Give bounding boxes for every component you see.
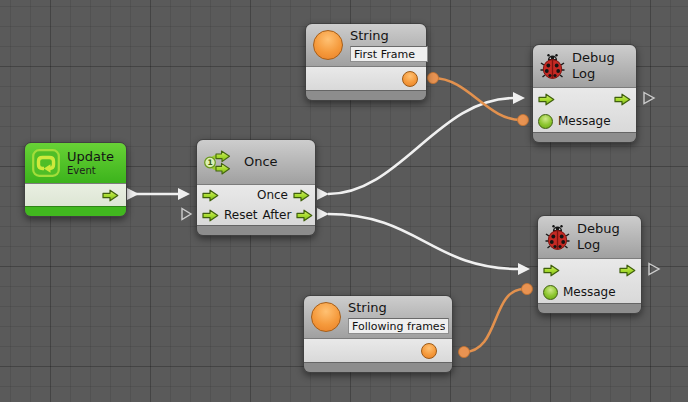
once-row-enter: Once: [197, 185, 315, 205]
wire-string-following-to-message[interactable]: [459, 284, 533, 358]
wire-once-to-debug-first[interactable]: [317, 92, 525, 200]
node-title: Debug: [572, 50, 615, 66]
node-subtitle: Event: [67, 165, 114, 177]
node-subtitle: Log: [577, 237, 620, 253]
node-header[interactable]: String: [304, 296, 452, 339]
node-body: [304, 339, 452, 362]
node-update-event[interactable]: Update Event: [24, 142, 127, 217]
node-footer: [304, 362, 452, 372]
graph-canvas[interactable]: Update Event: [0, 0, 688, 402]
node-title: String: [348, 300, 449, 316]
after-flow-output-port[interactable]: [296, 209, 313, 222]
node-once[interactable]: 1 Once Once: [196, 139, 316, 236]
reset-input-port[interactable]: [202, 209, 219, 222]
flow-input-port[interactable]: [538, 93, 555, 106]
node-title: Once: [244, 154, 278, 170]
debug-first-unconnected-output-port[interactable]: [644, 93, 654, 104]
node-footer: [533, 132, 636, 142]
node-string-following-frames[interactable]: String: [303, 295, 453, 373]
once-output-label: Once: [257, 188, 288, 202]
ladybug-debug-icon: [545, 224, 570, 251]
string-value-output-port[interactable]: [421, 343, 437, 359]
flow-input-port[interactable]: [543, 264, 560, 277]
update-loop-icon: [32, 149, 60, 177]
ladybug-debug-icon: [540, 53, 565, 80]
string-value-input[interactable]: [350, 46, 428, 62]
wire-update-to-once[interactable]: [127, 188, 190, 200]
node-footer: [306, 90, 426, 100]
node-subtitle: Log: [572, 66, 615, 82]
node-debug-log-first[interactable]: Debug Log Message: [532, 44, 637, 143]
node-header[interactable]: String: [306, 24, 426, 67]
node-body: Message: [538, 259, 641, 303]
after-output-label: After: [263, 208, 292, 222]
flow-output-port[interactable]: [619, 264, 636, 277]
node-header[interactable]: Debug Log: [538, 216, 641, 259]
node-string-first-frame[interactable]: String: [305, 23, 427, 101]
node-title: Debug: [577, 221, 620, 237]
node-header[interactable]: Update Event: [25, 143, 126, 184]
node-footer: [197, 225, 315, 235]
node-body: [306, 67, 426, 90]
node-body: [25, 184, 126, 206]
node-header[interactable]: Debug Log: [533, 45, 636, 88]
node-title: String: [350, 28, 428, 44]
node-body: Once Reset After: [197, 185, 315, 225]
once-flow-output-port[interactable]: [293, 189, 310, 202]
once-cycle-icon: 1: [204, 150, 237, 175]
node-body: Message: [533, 88, 636, 132]
string-literal-icon: [311, 302, 341, 332]
once-reset-unconnected-port[interactable]: [182, 209, 191, 220]
message-label: Message: [558, 114, 611, 128]
debug-second-unconnected-output-port[interactable]: [649, 264, 659, 275]
message-label: Message: [563, 285, 616, 299]
flow-output-port[interactable]: [102, 189, 121, 202]
wire-once-to-debug-second[interactable]: [317, 208, 530, 275]
once-row-reset: Reset After: [197, 205, 315, 225]
node-header[interactable]: 1 Once: [197, 140, 315, 185]
string-value-output-port[interactable]: [402, 71, 418, 87]
string-value-input[interactable]: [348, 318, 449, 334]
flow-input-port[interactable]: [202, 189, 219, 202]
message-value-input-port[interactable]: [538, 114, 553, 129]
once-badge: 1: [207, 158, 212, 167]
flow-output-port[interactable]: [614, 93, 631, 106]
node-debug-log-second[interactable]: Debug Log Message: [537, 215, 642, 314]
node-title: Update: [67, 149, 114, 165]
reset-input-label: Reset: [224, 208, 258, 222]
string-literal-icon: [313, 30, 343, 60]
message-value-input-port[interactable]: [543, 285, 558, 300]
node-footer: [25, 206, 126, 216]
node-footer: [538, 303, 641, 313]
